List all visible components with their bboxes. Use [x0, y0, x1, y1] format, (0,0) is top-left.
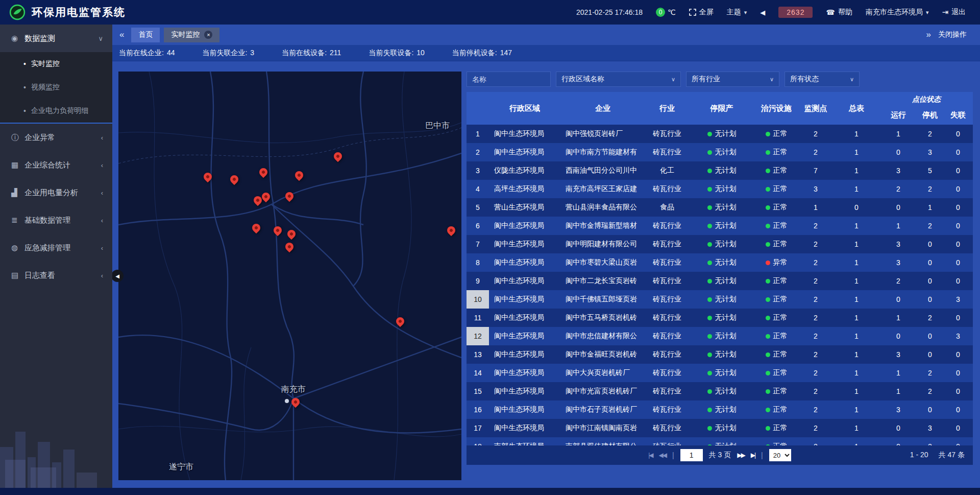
collapse-arrow-icon: ◀	[115, 273, 119, 279]
table-row[interactable]: 16 阆中生态环境局 阆中市石子页岩机砖厂 砖瓦行业 无计划 正常 2 1 3 …	[467, 400, 973, 419]
logout-button[interactable]: ⇥ 退出	[942, 8, 966, 17]
map-pin-icon[interactable]	[285, 243, 293, 251]
page-number-input[interactable]	[680, 449, 703, 461]
sidebar-subitem[interactable]: • 实时监控	[0, 52, 112, 76]
cell-company: 西南油气田分公司川中	[560, 161, 645, 180]
status-dot-icon	[707, 187, 712, 192]
cell-row-index: 3	[467, 161, 489, 180]
page-size-select[interactable]: 20	[769, 449, 791, 461]
sidebar-group-header[interactable]: ▟ 企业用电量分析 ‹	[0, 179, 112, 206]
map-pin-icon[interactable]	[287, 230, 296, 238]
table-row[interactable]: 12 阆中生态环境局 阆中市忠信建材有限公 砖瓦行业 无计划 正常 2 1 0 …	[467, 327, 973, 345]
sidebar-subitem[interactable]: • 视频监控	[0, 76, 112, 99]
table-row[interactable]: 17 阆中生态环境局 阆中市江南镇阆南页岩 砖瓦行业 无计划 正常 2 1 0 …	[467, 419, 973, 437]
sidebar-subitem[interactable]: • 企业电力负荷明细	[0, 99, 112, 123]
stat-value: 10	[416, 49, 425, 58]
map-pin-icon[interactable]	[291, 398, 300, 406]
table-row[interactable]: 9 阆中生态环境局 阆中市二龙长宝页岩砖 砖瓦行业 无计划 正常 2 1 2 0…	[467, 272, 973, 290]
cell-monitor-points: 2	[798, 309, 833, 327]
status-dot-icon	[707, 297, 712, 302]
region-filter-select[interactable]: 行政区域名称 ∨	[556, 72, 681, 87]
sidebar-group-header[interactable]: ≣ 基础数据管理 ‹	[0, 206, 112, 234]
tab[interactable]: 首页	[131, 28, 160, 42]
map-pin-icon[interactable]	[230, 175, 238, 183]
table-row[interactable]: 14 阆中生态环境局 阆中大兴页岩机砖厂 砖瓦行业 无计划 正常 2 1 1 2…	[467, 364, 973, 382]
status-dot-icon	[707, 261, 712, 265]
sidebar-group-header[interactable]: ▦ 企业综合统计 ‹	[0, 151, 112, 179]
table-row[interactable]: 3 仪陇生态环境局 西南油气田分公司川中 化工 无计划 正常 7 1 3 5 0	[467, 161, 973, 180]
tab-close-icon[interactable]: ×	[204, 31, 212, 39]
org-dropdown[interactable]: 南充市生态环境局 ▾	[866, 8, 929, 17]
stat-label: 当前失联企业:	[202, 49, 247, 58]
sidebar-group: ≣ 基础数据管理 ‹	[0, 206, 112, 234]
last-page-button[interactable]: ▶|	[751, 452, 755, 459]
table-row[interactable]: 4 高坪生态环境局 南充市高坪区王家店建 砖瓦行业 无计划 正常 3 1 2 2…	[467, 180, 973, 198]
cell-total-meters: 1	[833, 345, 880, 364]
tabs-scroll-right-button[interactable]: »	[926, 30, 931, 40]
chevron-icon: ‹	[101, 161, 103, 169]
table-row[interactable]: 10 阆中生态环境局 阆中千佛镇五郎垭页岩 砖瓦行业 无计划 正常 2 1 0 …	[467, 290, 973, 309]
map-pin-icon[interactable]	[204, 173, 212, 181]
map-pin-icon[interactable]	[295, 171, 303, 179]
cell-stopped: 2	[917, 217, 943, 235]
map-pin-icon[interactable]	[274, 226, 282, 234]
temperature-unit: ℃	[668, 8, 676, 16]
status-filter-select[interactable]: 所有状态 ∨	[785, 72, 860, 87]
cell-stopped: 0	[917, 345, 943, 364]
pagination-bar: |◀ ◀◀ | 共 3 页 ▶▶ ▶| | 20 1 - 20 共 47 条	[467, 445, 973, 465]
map-pin-icon[interactable]	[254, 196, 262, 204]
table-row[interactable]: 2 阆中生态环境局 阆中市南方节能建材有 砖瓦行业 无计划 正常 2 1 0 3…	[467, 143, 973, 161]
cell-monitor-points: 2	[798, 125, 833, 143]
map-pin-icon[interactable]	[259, 168, 267, 176]
table-row[interactable]: 6 阆中生态环境局 阆中市金博瑞新型墙材 砖瓦行业 无计划 正常 2 1 1 2…	[467, 217, 973, 235]
sidebar-group-label: 日志查看	[24, 271, 101, 280]
map-pin-icon[interactable]	[285, 192, 293, 200]
speaker-button[interactable]: ◀	[760, 9, 765, 16]
tabs-scroll-left-button[interactable]: «	[119, 30, 124, 40]
sidebar-group-header[interactable]: ◍ 应急减排管理 ‹	[0, 234, 112, 262]
sidebar-group: ◍ 应急减排管理 ‹	[0, 234, 112, 262]
column-facility: 治污设施	[754, 92, 798, 125]
map-pin-icon[interactable]	[447, 226, 455, 234]
fullscreen-button[interactable]: 全屏	[689, 8, 714, 17]
table-row[interactable]: 7 阆中生态环境局 阆中明阳建材有限公司 砖瓦行业 无计划 正常 2 1 3 0…	[467, 235, 973, 253]
pager-divider: |	[672, 451, 674, 459]
map-panel[interactable]: 巴中市南充市遂宁市 ◀	[118, 72, 461, 480]
cell-facility-status: 正常	[754, 125, 798, 143]
table-row[interactable]: 5 营山生态环境局 营山县润丰食品有限公 食品 无计划 正常 1 0 0 1 0	[467, 198, 973, 217]
industry-filter-select[interactable]: 所有行业 ∨	[686, 72, 779, 87]
table-row[interactable]: 8 阆中生态环境局 阆中市枣碧大梁山页岩 砖瓦行业 无计划 异常 2 1 3 0…	[467, 253, 973, 272]
table-row[interactable]: 11 阆中生态环境局 阆中市五马桥页岩机砖 砖瓦行业 无计划 正常 2 1 1 …	[467, 309, 973, 327]
cell-monitor-points: 2	[798, 143, 833, 161]
table-row[interactable]: 15 阆中生态环境局 阆中市光富页岩机砖厂 砖瓦行业 无计划 正常 2 1 1 …	[467, 382, 973, 400]
column-production: 停限产	[689, 92, 754, 125]
first-page-button[interactable]: |◀	[648, 452, 652, 459]
sidebar-group-header[interactable]: ⓘ 企业异常 ‹	[0, 124, 112, 151]
cell-facility-status: 正常	[754, 382, 798, 400]
map-pin-icon[interactable]	[396, 317, 404, 325]
status-dot-icon	[707, 224, 712, 228]
sidebar-group-header[interactable]: ◉ 数据监测 ∨	[0, 25, 112, 52]
map-pin-icon[interactable]	[262, 193, 270, 201]
table-row[interactable]: 1 阆中生态环境局 阆中强锐页岩砖厂 砖瓦行业 无计划 正常 2 1 1 2 0	[467, 125, 973, 143]
cell-region: 阆中生态环境局	[489, 400, 560, 419]
alert-count-badge[interactable]: 2632	[778, 7, 813, 18]
stat-label: 当前失联设备:	[369, 49, 413, 58]
map-city-label: 南充市	[281, 384, 306, 395]
cell-region: 营山生态环境局	[489, 198, 560, 217]
cell-production-status: 无计划	[689, 290, 754, 309]
close-operations-button[interactable]: 关闭操作	[938, 30, 967, 39]
cell-region: 阆中生态环境局	[489, 125, 560, 143]
cell-industry: 砖瓦行业	[645, 180, 689, 198]
tab[interactable]: 实时监控 ×	[164, 28, 219, 42]
table-row[interactable]: 18 南部生态环境局 南部县双佳建材有限公 砖瓦行业 无计划 正常 2 1 0 …	[467, 437, 973, 445]
name-filter-input[interactable]	[467, 72, 551, 87]
table-row[interactable]: 13 阆中生态环境局 阆中市金福旺页岩机砖 砖瓦行业 无计划 正常 2 1 3 …	[467, 345, 973, 364]
next-page-button[interactable]: ▶▶	[737, 452, 744, 459]
prev-page-button[interactable]: ◀◀	[659, 452, 666, 459]
theme-dropdown[interactable]: 主题 ▾	[727, 8, 747, 17]
sidebar-group-header[interactable]: ▤ 日志查看 ‹	[0, 262, 112, 289]
help-button[interactable]: ☎ 帮助	[826, 8, 852, 17]
map-pin-icon[interactable]	[334, 152, 342, 160]
map-pin-icon[interactable]	[252, 224, 260, 232]
